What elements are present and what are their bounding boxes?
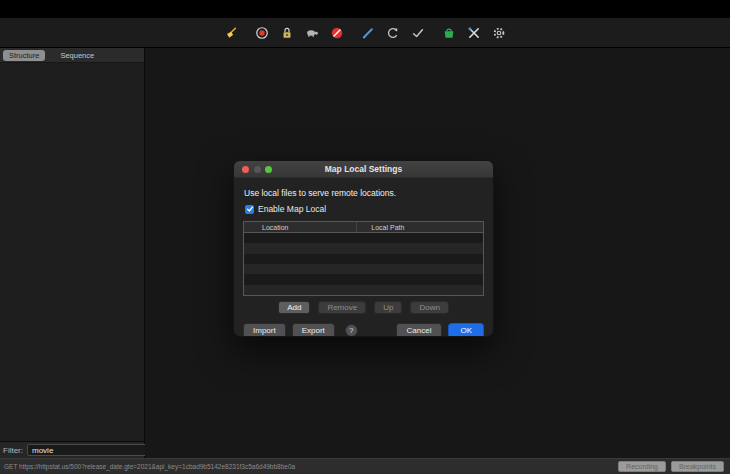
record-icon[interactable] <box>253 24 271 42</box>
settings-icon[interactable] <box>490 24 508 42</box>
help-button[interactable]: ? <box>345 324 358 337</box>
tab-structure[interactable]: Structure <box>3 50 45 61</box>
mappings-table-body[interactable] <box>244 233 483 295</box>
cancel-button[interactable]: Cancel <box>396 323 443 337</box>
status-bar: GET https://httpstat.us/500?release_date… <box>0 458 730 474</box>
import-button[interactable]: Import <box>243 323 286 337</box>
close-window-button[interactable] <box>242 166 249 173</box>
validate-icon[interactable] <box>409 24 427 42</box>
request-tree[interactable] <box>0 63 144 441</box>
table-row[interactable] <box>244 264 483 274</box>
clear-session-icon[interactable] <box>222 24 240 42</box>
filter-bar: Filter: <box>0 441 144 458</box>
column-header-local-path[interactable]: Local Path <box>356 222 483 232</box>
table-row[interactable] <box>244 243 483 253</box>
ssl-lock-icon[interactable] <box>278 24 296 42</box>
breakpoints-icon[interactable] <box>328 24 346 42</box>
menubar-strip <box>0 0 730 18</box>
zoom-window-button[interactable] <box>265 166 272 173</box>
table-row[interactable] <box>244 285 483 295</box>
main-toolbar <box>0 18 730 48</box>
table-row[interactable] <box>244 274 483 284</box>
enable-map-local-checkbox[interactable] <box>245 205 254 214</box>
table-row[interactable] <box>244 254 483 264</box>
column-header-location[interactable]: Location <box>244 224 356 231</box>
export-button[interactable]: Export <box>292 323 335 337</box>
add-button[interactable]: Add <box>278 301 310 314</box>
request-url-status: GET https://httpstat.us/500?release_date… <box>4 463 295 470</box>
mappings-table-header: Location Local Path <box>244 222 483 233</box>
tab-sequence[interactable]: Sequence <box>54 50 100 61</box>
throttle-icon[interactable] <box>303 24 321 42</box>
filter-label: Filter: <box>3 446 23 455</box>
mappings-table[interactable]: Location Local Path <box>243 221 484 296</box>
remove-button[interactable]: Remove <box>318 301 366 314</box>
dialog-titlebar[interactable]: Map Local Settings <box>234 161 493 178</box>
compose-icon[interactable] <box>359 24 377 42</box>
map-local-settings-dialog: Map Local Settings Use local files to se… <box>233 160 494 337</box>
dialog-description: Use local files to serve remote location… <box>244 188 484 198</box>
tools-icon[interactable] <box>465 24 483 42</box>
enable-map-local-label: Enable Map Local <box>258 204 326 214</box>
sidebar: Structure Sequence Filter: <box>0 48 145 458</box>
basket-icon[interactable] <box>440 24 458 42</box>
minimize-window-button[interactable] <box>254 166 261 173</box>
repeat-icon[interactable] <box>384 24 402 42</box>
breakpoints-status-button[interactable]: Breakpoints <box>671 461 724 472</box>
dialog-title: Map Local Settings <box>325 164 402 174</box>
filter-input[interactable] <box>27 444 147 456</box>
up-button[interactable]: Up <box>374 301 402 314</box>
recording-status-button[interactable]: Recording <box>618 461 666 472</box>
down-button[interactable]: Down <box>410 301 448 314</box>
ok-button[interactable]: OK <box>448 323 484 337</box>
table-row[interactable] <box>244 233 483 243</box>
sidebar-tabstrip: Structure Sequence <box>0 48 144 63</box>
